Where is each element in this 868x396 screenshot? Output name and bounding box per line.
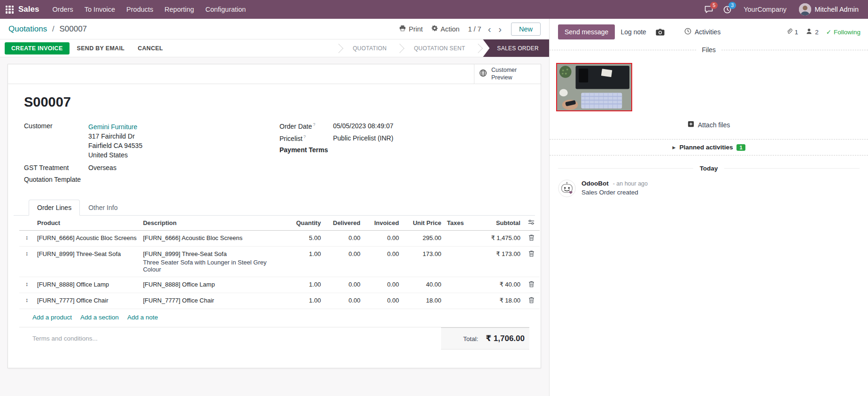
cell-invoiced[interactable]: 0.00 [363, 231, 402, 247]
cell-taxes[interactable] [444, 231, 475, 247]
print-button[interactable]: Print [399, 25, 423, 33]
table-row[interactable]: ↕ [FURN_6666] Acoustic Bloc Screens [FUR… [19, 231, 540, 247]
delete-line-icon[interactable] [528, 281, 535, 287]
cancel-button[interactable]: CANCEL [132, 42, 169, 54]
cell-product[interactable]: [FURN_8888] Office Lamp [34, 277, 140, 293]
col-taxes[interactable]: Taxes [444, 216, 475, 231]
col-invoiced[interactable]: Invoiced [363, 216, 402, 231]
menu-configuration[interactable]: Configuration [200, 0, 251, 19]
gst-treatment-value[interactable]: Overseas [88, 164, 116, 171]
followers-counter[interactable]: 2 [806, 28, 819, 36]
activities-clock-icon[interactable]: 3 [723, 6, 731, 14]
menu-to-invoice[interactable]: To Invoice [79, 0, 121, 19]
attachments-counter[interactable]: 1 [786, 28, 798, 36]
cell-quantity[interactable]: 1.00 [287, 277, 324, 293]
messages-icon[interactable]: 5 [705, 6, 713, 13]
cell-unit-price[interactable]: 18.00 [402, 293, 444, 309]
cell-quantity[interactable]: 1.00 [287, 247, 324, 277]
cell-invoiced[interactable]: 0.00 [363, 293, 402, 309]
add-section-link[interactable]: Add a section [80, 314, 119, 321]
drag-handle-icon[interactable]: ↕ [19, 293, 34, 309]
col-description[interactable]: Description [140, 216, 287, 231]
order-date-value[interactable]: 05/05/2023 08:49:07 [333, 122, 393, 130]
following-toggle[interactable]: ✓ Following [826, 28, 860, 36]
delete-line-icon[interactable] [528, 297, 535, 303]
cell-description[interactable]: [FURN_8888] Office Lamp [140, 277, 287, 293]
app-name[interactable]: Sales [18, 5, 39, 14]
send-by-email-button[interactable]: SEND BY EMAIL [71, 42, 131, 54]
cell-delivered[interactable]: 0.00 [324, 293, 363, 309]
total-value: ₹ 1,706.00 [486, 334, 525, 343]
user-menu[interactable]: Mitchell Admin [799, 3, 859, 16]
customer-link[interactable]: Gemini Furniture [88, 122, 142, 132]
create-invoice-button[interactable]: CREATE INVOICE [5, 42, 70, 54]
cell-taxes[interactable] [444, 293, 475, 309]
col-quantity[interactable]: Quantity [287, 216, 324, 231]
top-navbar: Sales Orders To Invoice Products Reporti… [0, 0, 868, 19]
drag-handle-icon[interactable]: ↕ [19, 231, 34, 247]
new-button[interactable]: New [511, 23, 541, 36]
delete-line-icon[interactable] [528, 234, 535, 241]
files-label: Files [702, 46, 716, 54]
cell-unit-price[interactable]: 40.00 [402, 277, 444, 293]
message-author[interactable]: OdooBot [581, 180, 609, 187]
col-delivered[interactable]: Delivered [324, 216, 363, 231]
cell-description[interactable]: [FURN_7777] Office Chair [140, 293, 287, 309]
cell-product[interactable]: [FURN_8999] Three-Seat Sofa [34, 247, 140, 277]
col-subtotal[interactable]: Subtotal [475, 216, 523, 231]
attachment-thumbnail[interactable] [556, 63, 632, 111]
cell-unit-price[interactable]: 173.00 [402, 247, 444, 277]
cell-quantity[interactable]: 1.00 [287, 293, 324, 309]
table-row[interactable]: ↕ [FURN_8999] Three-Seat Sofa [FURN_8999… [19, 247, 540, 277]
cell-product[interactable]: [FURN_7777] Office Chair [34, 293, 140, 309]
tab-other-info[interactable]: Other Info [80, 200, 126, 216]
table-row[interactable]: ↕ [FURN_7777] Office Chair [FURN_7777] O… [19, 293, 540, 309]
menu-reporting[interactable]: Reporting [159, 0, 200, 19]
stage-sales-order[interactable]: SALES ORDER [483, 39, 549, 57]
action-button[interactable]: Action [431, 25, 459, 33]
apps-menu-icon[interactable] [6, 6, 14, 14]
cell-taxes[interactable] [444, 277, 475, 293]
menu-products[interactable]: Products [121, 0, 159, 19]
col-product[interactable]: Product [34, 216, 140, 231]
cell-taxes[interactable] [444, 247, 475, 277]
add-note-link[interactable]: Add a note [127, 314, 158, 321]
planned-activities-section: ▶ Planned activities 1 [550, 139, 868, 155]
cell-invoiced[interactable]: 0.00 [363, 277, 402, 293]
add-product-link[interactable]: Add a product [32, 314, 72, 321]
cell-description[interactable]: [FURN_6666] Acoustic Bloc Screens [140, 231, 287, 247]
main-column: Quotations / S00007 Print Action 1 / 7 ‹… [0, 19, 550, 396]
planned-activities-toggle[interactable]: Planned activities [679, 144, 733, 151]
cell-product[interactable]: [FURN_6666] Acoustic Bloc Screens [34, 231, 140, 247]
cell-description[interactable]: [FURN_8999] Three-Seat Sofa Three Seater… [140, 247, 287, 277]
optional-columns-icon[interactable] [528, 219, 535, 225]
log-note-button[interactable]: Log note [615, 24, 652, 39]
cell-delivered[interactable]: 0.00 [324, 247, 363, 277]
cell-quantity[interactable]: 5.00 [287, 231, 324, 247]
customer-preview-button[interactable]: Customer Preview [474, 64, 541, 84]
cell-delivered[interactable]: 0.00 [324, 277, 363, 293]
cell-unit-price[interactable]: 295.00 [402, 231, 444, 247]
field-help-marker: ? [313, 122, 315, 127]
activities-button[interactable]: Activities [684, 28, 721, 36]
delete-line-icon[interactable] [528, 250, 535, 257]
menu-orders[interactable]: Orders [46, 0, 78, 19]
stage-quotation[interactable]: QUOTATION [343, 39, 396, 57]
tab-order-lines[interactable]: Order Lines [29, 200, 80, 216]
camera-icon[interactable] [656, 29, 665, 36]
table-row[interactable]: ↕ [FURN_8888] Office Lamp [FURN_8888] Of… [19, 277, 540, 293]
terms-and-conditions-input[interactable]: Terms and conditions... [19, 327, 98, 342]
pager-prev-icon[interactable]: ‹ [487, 24, 492, 34]
cell-invoiced[interactable]: 0.00 [363, 247, 402, 277]
pricelist-value[interactable]: Public Pricelist (INR) [333, 134, 393, 142]
col-unit-price[interactable]: Unit Price [402, 216, 444, 231]
stage-quotation-sent[interactable]: QUOTATION SENT [404, 39, 474, 57]
drag-handle-icon[interactable]: ↕ [19, 277, 34, 293]
breadcrumb-quotations[interactable]: Quotations [8, 24, 47, 33]
drag-handle-icon[interactable]: ↕ [19, 247, 34, 277]
pager-next-icon[interactable]: › [497, 24, 503, 34]
attach-files-button[interactable]: Attach files [550, 121, 868, 129]
cell-delivered[interactable]: 0.00 [324, 231, 363, 247]
company-switcher[interactable]: YourCompany [742, 0, 788, 19]
send-message-button[interactable]: Send message [558, 24, 615, 39]
